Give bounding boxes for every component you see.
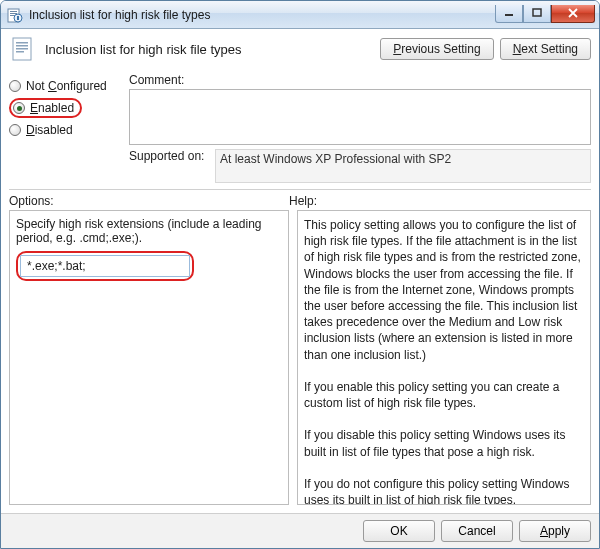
close-button[interactable] xyxy=(551,5,595,23)
apply-button[interactable]: Apply xyxy=(519,520,591,542)
policy-icon xyxy=(7,7,23,23)
svg-rect-2 xyxy=(10,13,17,14)
svg-rect-5 xyxy=(17,16,19,20)
options-label: Specify high risk extensions (include a … xyxy=(16,217,282,245)
next-setting-button[interactable]: Next Setting xyxy=(500,38,591,60)
content-area: Inclusion list for high risk file types … xyxy=(1,29,599,513)
radio-group: Not Configured Enabled Disabled xyxy=(9,73,121,183)
minimize-button[interactable] xyxy=(495,5,523,23)
svg-rect-9 xyxy=(16,42,28,44)
supported-on-value: At least Windows XP Professional with SP… xyxy=(215,149,591,183)
window-title: Inclusion list for high risk file types xyxy=(29,8,495,22)
comment-supported-col: Comment: Supported on: At least Windows … xyxy=(129,73,591,183)
comment-label: Comment: xyxy=(129,73,591,87)
footer: OK Cancel Apply xyxy=(1,513,599,548)
help-panel[interactable]: This policy setting allows you to config… xyxy=(297,210,591,505)
svg-rect-7 xyxy=(533,9,541,16)
policy-title: Inclusion list for high risk file types xyxy=(43,42,374,57)
radio-not-configured[interactable]: Not Configured xyxy=(9,75,121,97)
cancel-button[interactable]: Cancel xyxy=(441,520,513,542)
header-row: Inclusion list for high risk file types … xyxy=(9,35,591,63)
dialog-window: Inclusion list for high risk file types … xyxy=(0,0,600,549)
radio-icon xyxy=(13,102,25,114)
window-buttons xyxy=(495,5,595,23)
radio-disabled[interactable]: Disabled xyxy=(9,119,121,141)
document-icon xyxy=(9,35,37,63)
divider xyxy=(9,189,591,190)
panel-headings: Options: Help: xyxy=(9,194,591,208)
options-heading: Options: xyxy=(9,194,289,208)
ok-button[interactable]: OK xyxy=(363,520,435,542)
comment-input[interactable] xyxy=(129,89,591,145)
highlight-circle: Enabled xyxy=(9,98,82,118)
panels: Specify high risk extensions (include a … xyxy=(9,210,591,505)
maximize-button[interactable] xyxy=(523,5,551,23)
config-area: Not Configured Enabled Disabled Comment: xyxy=(9,73,591,183)
svg-rect-10 xyxy=(16,45,28,47)
supported-label: Supported on: xyxy=(129,149,209,163)
svg-rect-12 xyxy=(16,51,24,53)
previous-setting-button[interactable]: Previous Setting xyxy=(380,38,493,60)
svg-rect-11 xyxy=(16,48,28,50)
svg-rect-1 xyxy=(10,11,17,12)
highlight-circle xyxy=(16,251,194,281)
help-heading: Help: xyxy=(289,194,317,208)
extensions-input[interactable] xyxy=(20,255,190,277)
titlebar[interactable]: Inclusion list for high risk file types xyxy=(1,1,599,29)
svg-rect-6 xyxy=(505,14,513,16)
radio-enabled[interactable]: Enabled xyxy=(9,97,121,119)
options-panel: Specify high risk extensions (include a … xyxy=(9,210,289,505)
radio-icon xyxy=(9,80,21,92)
radio-icon xyxy=(9,124,21,136)
